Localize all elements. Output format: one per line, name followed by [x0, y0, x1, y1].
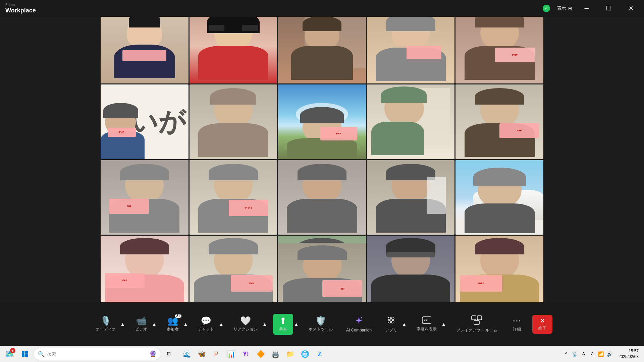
svg-rect-7: [472, 316, 476, 320]
taskbar-edge2-icon[interactable]: 🌐: [298, 347, 312, 361]
more-button[interactable]: ⋯ 詳細: [507, 314, 527, 335]
taskbar-copilot-icon[interactable]: 🦋: [195, 347, 208, 361]
end-label: 終了: [538, 325, 546, 331]
svg-rect-8: [477, 316, 482, 320]
taskbar-maps-icon[interactable]: 🗺️ 6: [3, 347, 16, 361]
participant-cell-4-1[interactable]: PHP: [101, 236, 189, 310]
app-subtitle: Workplace: [5, 7, 36, 14]
participants-chevron[interactable]: ▲: [183, 320, 189, 328]
participant-cell-1-5[interactable]: PHP: [455, 9, 543, 83]
taskbar-app2-icon[interactable]: 🔶: [254, 347, 267, 361]
audio-button[interactable]: 🎙️ オーディオ: [92, 314, 120, 335]
participant-cell-3-5[interactable]: [455, 160, 543, 235]
apps-chevron[interactable]: ▲: [401, 320, 407, 328]
search-bar[interactable]: 🔍 🔮: [34, 348, 161, 360]
apps-control-group: アプリ ▲: [381, 313, 407, 336]
breakout-label: ブレイクアウト ルーム: [456, 327, 497, 333]
participant-cell-3-4[interactable]: [367, 160, 455, 235]
participant-cell-1-2[interactable]: [190, 9, 277, 83]
host-tools-button[interactable]: 🛡️ ホストツール: [305, 314, 337, 335]
reaction-chevron[interactable]: ▲: [262, 320, 268, 328]
apps-label: アプリ: [385, 327, 397, 333]
copilot-icon: 🦋: [198, 350, 206, 358]
chat-button[interactable]: 💬 チャット: [194, 314, 218, 335]
participants-control-group: 👥 21 参加者 ▲: [163, 314, 189, 335]
tray-volume-icon[interactable]: 🔊: [606, 351, 613, 357]
video-area: PHP ていが PHP: [0, 17, 644, 302]
view-button[interactable]: 表示 ⊞: [557, 5, 572, 11]
search-icon: 🔍: [38, 351, 45, 357]
participant-cell-4-2[interactable]: PHP: [190, 236, 277, 310]
taskbar-files-icon[interactable]: 📁: [283, 347, 297, 361]
control-bar: 🎙️ オーディオ ▲ 📹 ビデオ ▲ 👥 21 参加者 ▲: [0, 302, 644, 346]
reaction-button[interactable]: 🤍 リアクション: [229, 314, 262, 335]
svg-point-0: [361, 317, 362, 318]
tray-wifi-icon[interactable]: 📶: [598, 351, 604, 357]
breakout-button[interactable]: ブレイクアウト ルーム: [452, 313, 501, 336]
taskbar-zoom-icon[interactable]: Z: [313, 347, 326, 361]
svg-point-4: [391, 320, 394, 323]
participant-cell-1-3[interactable]: [278, 9, 366, 83]
share-chevron[interactable]: ▲: [293, 320, 299, 328]
titlebar: Zoom Workplace ✓ 表示 ⊞ ─ ❐ ✕: [0, 0, 644, 17]
participant-cell-4-4[interactable]: [367, 236, 455, 310]
app1-icon: 📊: [227, 350, 235, 358]
camera-icon: 📹: [136, 316, 147, 325]
participant-cell-3-3[interactable]: [278, 160, 366, 235]
chat-label: チャット: [198, 326, 214, 332]
share-button[interactable]: ⬆ 共有: [273, 314, 293, 335]
chat-chevron[interactable]: ▲: [218, 320, 224, 328]
tray-ime-icon[interactable]: A: [580, 351, 587, 357]
video-button[interactable]: 📹 ビデオ: [131, 314, 151, 335]
participant-cell-2-2[interactable]: [190, 84, 277, 159]
search-input[interactable]: [47, 352, 147, 357]
captions-chevron[interactable]: ▲: [441, 320, 447, 328]
audio-chevron[interactable]: ▲: [120, 320, 126, 328]
taskbar-print-icon[interactable]: 🖨️: [269, 347, 282, 361]
participant-cell-2-5[interactable]: PHP: [455, 84, 543, 159]
participant-cell-3-2[interactable]: PHP 2: [190, 160, 277, 235]
taskbar-yahoo-icon[interactable]: Y!: [239, 347, 253, 361]
titlebar-right: ✓ 表示 ⊞ ─ ❐ ✕: [543, 2, 639, 14]
restore-button[interactable]: ❐: [601, 2, 616, 14]
tray-icons: ^ 📡 A A 📶 🔊: [563, 351, 613, 357]
security-shield-icon: ✓: [543, 5, 550, 12]
captions-button[interactable]: CC 字幕を表示: [413, 314, 441, 335]
zoom-taskbar-icon: Z: [318, 350, 322, 358]
powerpoint-icon: P: [214, 350, 218, 358]
participant-cell-2-3[interactable]: PHP: [278, 84, 366, 159]
close-button[interactable]: ✕: [623, 2, 639, 14]
svg-point-1: [388, 317, 391, 320]
participant-cell-3-1[interactable]: PHP: [101, 160, 189, 235]
video-grid: PHP ていが PHP: [101, 9, 543, 310]
end-button[interactable]: ✕ 終了: [532, 315, 552, 334]
tray-show-hidden[interactable]: ^: [563, 351, 570, 357]
edge-icon: 🌊: [183, 350, 191, 358]
video-chevron[interactable]: ▲: [151, 320, 157, 328]
start-button[interactable]: [17, 347, 32, 361]
minimize-button[interactable]: ─: [579, 2, 594, 14]
participant-cell-1-1[interactable]: [101, 9, 189, 83]
bing-icon: 🔮: [149, 350, 157, 358]
participant-cell-2-1[interactable]: ていが PHP: [101, 84, 189, 159]
apps-button[interactable]: アプリ: [381, 313, 401, 336]
captions-label: 字幕を表示: [417, 326, 437, 332]
participant-cell-2-4[interactable]: [367, 84, 455, 159]
apps-icon: [386, 315, 396, 326]
participants-button[interactable]: 👥 21 参加者: [163, 314, 183, 335]
participant-cell-4-5[interactable]: PHP 2: [455, 236, 543, 310]
taskbar-edge-icon[interactable]: 🌊: [180, 347, 194, 361]
host-tools-icon: 🛡️: [315, 316, 326, 325]
system-clock[interactable]: 15:57 2025/02/08: [616, 348, 641, 360]
participant-cell-5-3[interactable]: PHP: [278, 243, 367, 310]
tray-font-icon[interactable]: A: [589, 351, 596, 357]
ai-companion-icon: [354, 316, 364, 326]
participant-cell-1-4[interactable]: [367, 9, 455, 83]
tray-network-icon[interactable]: 📡: [572, 351, 578, 357]
taskbar-powerpoint-icon[interactable]: P: [210, 347, 223, 361]
svg-point-3: [388, 320, 391, 323]
taskbar: 🗺️ 6 🔍 🔮 ⧉ 🌊 🦋 P 📊 Y! 🔶 🖨️ 📁: [0, 346, 644, 362]
ai-companion-button[interactable]: AI Companion: [342, 313, 376, 335]
taskbar-app1-icon[interactable]: 📊: [224, 347, 238, 361]
task-view-button[interactable]: ⧉: [162, 347, 176, 361]
